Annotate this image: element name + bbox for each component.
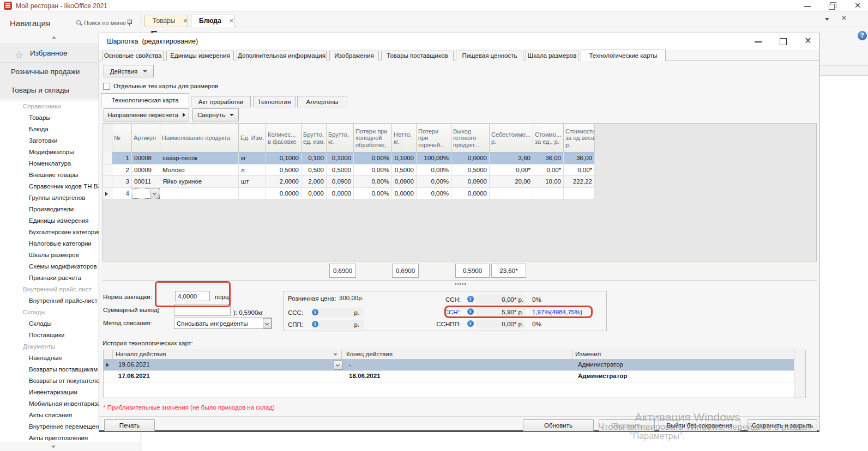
- ingredient-row-1[interactable]: 100008сахар-песоккг0,10000,1000,10000,00…: [103, 153, 595, 164]
- cell-hot_loss[interactable]: 0,00%: [417, 164, 451, 176]
- cell-cost_per_unit[interactable]: 10,00: [533, 176, 564, 188]
- history-dropdown-icon[interactable]: [334, 361, 343, 370]
- cell-cost[interactable]: 0,00*: [490, 164, 533, 176]
- actions-button[interactable]: Действия: [104, 65, 154, 77]
- cell-cost_per_weight[interactable]: 0,00*: [564, 164, 595, 176]
- cell-cold_loss[interactable]: 0,00%: [354, 188, 392, 200]
- writeoff-select[interactable]: Списывать ингредиенты: [174, 318, 272, 329]
- grid-col-header[interactable]: Стоимо... за ед., р.: [533, 124, 564, 153]
- cell-num[interactable]: 1: [112, 153, 132, 164]
- pin-icon[interactable]: [126, 20, 132, 26]
- cell-hot_loss[interactable]: 0,00%: [417, 188, 451, 200]
- cell-article[interactable]: 00009: [132, 164, 160, 176]
- grid-col-header[interactable]: Стоимость за ед.веса, р.: [564, 124, 595, 153]
- cell-gross_kg[interactable]: 0,0000: [327, 188, 354, 200]
- cell-name[interactable]: сахар-песок: [160, 153, 239, 164]
- tab-close-icon[interactable]: ✕: [229, 17, 234, 24]
- cell-cost_per_unit[interactable]: 36,00: [533, 153, 564, 164]
- cell-hot_loss[interactable]: 100,00%: [417, 153, 451, 164]
- cell-article[interactable]: 00008: [132, 153, 160, 164]
- cell-num[interactable]: 4: [112, 188, 132, 200]
- grid-col-header[interactable]: Ед. Изм.: [239, 124, 266, 153]
- sort-icon[interactable]: [333, 354, 337, 356]
- cell-qty[interactable]: 0,0000: [266, 188, 302, 200]
- grid-col-header[interactable]: Наименование продукта: [160, 124, 239, 153]
- grid-col-header[interactable]: Потери при горячей...: [417, 124, 451, 153]
- grid-col-header[interactable]: Количес... в фасовке: [266, 124, 302, 153]
- cell-unit[interactable]: [239, 188, 266, 200]
- info-icon[interactable]: i: [312, 309, 318, 315]
- cell-name[interactable]: Молоко: [160, 164, 239, 176]
- cell-yield[interactable]: 0,0000: [451, 153, 490, 164]
- cell-unit[interactable]: кг: [239, 153, 266, 164]
- dialog-tab-3[interactable]: Дополнительная информация: [237, 51, 327, 60]
- cell-qty[interactable]: 0,5000: [266, 164, 302, 176]
- dialog-tab-4[interactable]: Изображения: [329, 51, 379, 60]
- grid-col-header[interactable]: Артикул: [132, 124, 160, 153]
- inner-tab-1[interactable]: Технологическая карта: [101, 93, 189, 107]
- save-and-close-button[interactable]: Сохранить и закрыть: [748, 419, 817, 431]
- cell-cost_per_weight[interactable]: 36,00: [564, 153, 595, 164]
- grid-col-header[interactable]: Себестоимо... р.: [490, 124, 533, 153]
- cell-gross_unit[interactable]: 0,100: [302, 153, 327, 164]
- cell-qty[interactable]: 0,1000: [266, 153, 302, 164]
- inner-tab-2[interactable]: Акт проработки: [191, 96, 251, 107]
- cell-cost[interactable]: 3,60: [490, 153, 533, 164]
- cell-gross_unit[interactable]: 2,000: [302, 176, 327, 188]
- writeoff-dropdown-icon[interactable]: [263, 318, 272, 328]
- cell-net_kg[interactable]: 0,1000: [392, 153, 417, 164]
- splitter-handle[interactable]: [455, 283, 468, 287]
- cell-cost_per_weight[interactable]: 222,22: [564, 176, 595, 188]
- inner-tab-3[interactable]: Технология: [253, 96, 296, 107]
- cell-article[interactable]: 00011: [132, 176, 160, 188]
- print-button[interactable]: Печать: [104, 419, 155, 431]
- recalc-direction-button[interactable]: Направление пересчета: [104, 108, 189, 121]
- article-dropdown-icon[interactable]: [150, 188, 159, 198]
- dialog-tab-8[interactable]: Технологические карты: [581, 50, 666, 61]
- cell-cold_loss[interactable]: 0,00%: [354, 153, 392, 164]
- window-restore-button[interactable]: [824, 0, 841, 12]
- history-row-1[interactable]: 19.06.2021-Администратор: [104, 359, 805, 371]
- cell-net_kg[interactable]: 0,5000: [392, 164, 417, 176]
- cell-yield[interactable]: 0,0900: [451, 176, 490, 188]
- ingredient-row-3[interactable]: 300011Яйко куриноешт2,00002,0000,09000,0…: [103, 176, 595, 188]
- collapse-button[interactable]: Свернуть: [192, 108, 239, 121]
- history-col-header[interactable]: Начало действия: [113, 350, 342, 359]
- cell-cold_loss[interactable]: 0,00%: [354, 164, 392, 176]
- cell-qty[interactable]: 2,0000: [266, 176, 302, 188]
- cell-num[interactable]: 3: [112, 176, 132, 188]
- dialog-tab-1[interactable]: Основные свойства: [102, 51, 164, 60]
- grid-col-header[interactable]: Брутто, кг.: [327, 124, 354, 153]
- dialog-tab-2[interactable]: Единицы измерения: [166, 51, 234, 60]
- cell-cost[interactable]: 20,00: [490, 176, 533, 188]
- grid-col-header[interactable]: Выход готового продукт...: [451, 124, 490, 153]
- grid-col-header[interactable]: Брутто, ед. изм.: [302, 124, 327, 153]
- cell-gross_kg[interactable]: 0,0900: [327, 176, 354, 188]
- cell-net_kg[interactable]: 0,0000: [392, 188, 417, 200]
- sizes-checkbox[interactable]: [103, 83, 110, 90]
- dialog-close-button[interactable]: ✕: [800, 33, 816, 50]
- history-row-2[interactable]: 17.06.202118.06.2021Администратор: [104, 371, 805, 382]
- inner-tab-4[interactable]: Аллергены: [297, 96, 347, 107]
- nav-tree-item[interactable]: Акты приготовления: [0, 432, 141, 442]
- info-icon[interactable]: i: [467, 320, 474, 327]
- cell-gross_unit[interactable]: 0,000: [302, 188, 327, 200]
- cell-yield[interactable]: 0,0000: [451, 188, 490, 200]
- info-icon[interactable]: i: [467, 296, 474, 302]
- ingredient-row-2[interactable]: 200009Молокол0,50000,5000,50000,00%0,500…: [103, 164, 595, 176]
- refresh-button[interactable]: Обновить: [523, 419, 594, 431]
- dialog-tab-7[interactable]: Шкала размеров: [526, 51, 578, 60]
- cell-gross_kg[interactable]: 0,5000: [327, 164, 354, 176]
- window-close-button[interactable]: ×: [849, 0, 866, 12]
- window-minimize-button[interactable]: [799, 0, 816, 12]
- cell-yield[interactable]: 0,5000: [451, 164, 490, 176]
- cell-cost_per_weight[interactable]: [564, 188, 595, 200]
- cell-gross_unit[interactable]: 0,500: [302, 164, 327, 176]
- cell-cost[interactable]: [490, 188, 533, 200]
- save-button[interactable]: Сохранить: [599, 419, 655, 431]
- cell-hot_loss[interactable]: 0,00%: [417, 176, 451, 188]
- tab-close-icon[interactable]: ✕: [183, 17, 188, 24]
- doc-tab-2[interactable]: Блюда✕: [191, 15, 234, 27]
- cell-cost_per_unit[interactable]: 0,00*: [533, 164, 564, 176]
- dialog-tab-6[interactable]: Пищевая ценность: [456, 51, 523, 60]
